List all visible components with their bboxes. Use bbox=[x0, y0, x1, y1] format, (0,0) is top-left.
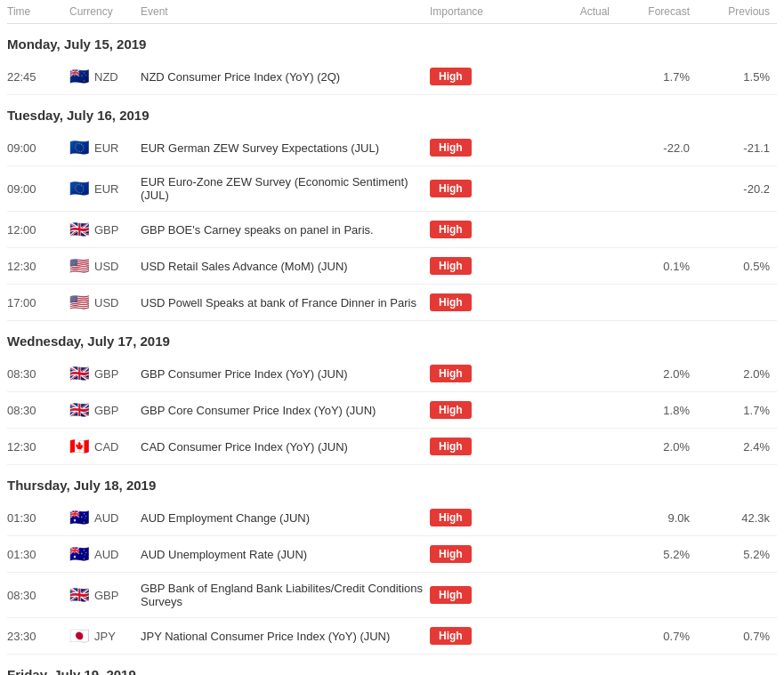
currency-flag-icon: 🇺🇸 bbox=[69, 295, 89, 309]
currency-code: NZD bbox=[94, 70, 118, 84]
day-header-4: Friday, July 19, 2019 bbox=[7, 655, 777, 675]
importance-badge: High bbox=[430, 180, 472, 197]
currency-code: AUD bbox=[94, 511, 118, 525]
event-currency: 🇬🇧GBP bbox=[69, 366, 141, 381]
currency-flag-icon: 🇬🇧 bbox=[69, 403, 89, 417]
event-time: 12:30 bbox=[7, 260, 69, 273]
table-row[interactable]: 08:30🇬🇧GBPGBP Consumer Price Index (YoY)… bbox=[7, 356, 777, 392]
event-name: NZD Consumer Price Index (YoY) (2Q) bbox=[141, 70, 430, 84]
event-importance: High bbox=[430, 438, 537, 455]
currency-flag-icon: 🇪🇺 bbox=[69, 141, 89, 155]
event-name: GBP Bank of England Bank Liabilites/Cred… bbox=[141, 582, 430, 608]
currency-code: GBP bbox=[94, 367, 118, 381]
importance-badge: High bbox=[430, 438, 472, 455]
event-name: GBP Core Consumer Price Index (YoY) (JUN… bbox=[141, 404, 430, 417]
table-row[interactable]: 12:00🇬🇧GBPGBP BOE's Carney speaks on pan… bbox=[7, 212, 777, 248]
header-forecast: Forecast bbox=[617, 5, 697, 18]
event-importance: High bbox=[430, 293, 537, 311]
event-time: 22:45 bbox=[7, 70, 69, 84]
event-forecast: 2.0% bbox=[617, 367, 697, 381]
event-forecast: 0.1% bbox=[617, 260, 697, 273]
table-row[interactable]: 08:30🇬🇧GBPGBP Core Consumer Price Index … bbox=[7, 392, 777, 429]
importance-badge: High bbox=[430, 545, 472, 563]
event-currency: 🇬🇧GBP bbox=[69, 403, 141, 417]
table-row[interactable]: 12:30🇺🇸USDUSD Retail Sales Advance (MoM)… bbox=[7, 248, 777, 285]
table-row[interactable]: 17:00🇺🇸USDUSD Powell Speaks at bank of F… bbox=[7, 285, 777, 321]
event-name: GBP BOE's Carney speaks on panel in Pari… bbox=[141, 223, 430, 237]
importance-badge: High bbox=[430, 401, 472, 419]
table-row[interactable]: 01:30🇦🇺AUDAUD Employment Change (JUN)Hig… bbox=[7, 500, 777, 536]
event-importance: High bbox=[430, 545, 537, 563]
event-previous: 2.4% bbox=[697, 440, 777, 454]
event-name: JPY National Consumer Price Index (YoY) … bbox=[141, 630, 430, 643]
event-previous: 0.7% bbox=[697, 630, 777, 643]
event-currency: 🇦🇺AUD bbox=[69, 547, 141, 561]
importance-badge: High bbox=[430, 293, 472, 311]
event-forecast: 9.0k bbox=[617, 511, 697, 525]
event-currency: 🇦🇺AUD bbox=[69, 510, 141, 525]
importance-badge: High bbox=[430, 509, 472, 526]
event-currency: 🇬🇧GBP bbox=[69, 588, 141, 602]
event-forecast: 1.8% bbox=[617, 404, 697, 417]
table-row[interactable]: 23:30🇯🇵JPYJPY National Consumer Price In… bbox=[7, 618, 777, 655]
event-previous: 1.7% bbox=[697, 404, 777, 417]
day-header-2: Wednesday, July 17, 2019 bbox=[7, 321, 777, 356]
event-time: 12:00 bbox=[7, 223, 69, 237]
event-time: 01:30 bbox=[7, 548, 69, 561]
event-previous: 5.2% bbox=[697, 548, 777, 561]
event-time: 01:30 bbox=[7, 511, 69, 525]
currency-flag-icon: 🇬🇧 bbox=[69, 588, 89, 602]
currency-code: JPY bbox=[94, 630, 116, 643]
importance-badge: High bbox=[430, 139, 472, 157]
event-name: GBP Consumer Price Index (YoY) (JUN) bbox=[141, 367, 430, 381]
event-time: 09:00 bbox=[7, 182, 69, 196]
event-currency: 🇯🇵JPY bbox=[69, 629, 141, 643]
event-importance: High bbox=[430, 365, 537, 382]
event-importance: High bbox=[430, 401, 537, 419]
event-name: USD Powell Speaks at bank of France Dinn… bbox=[141, 296, 430, 309]
table-row[interactable]: 12:30🇨🇦CADCAD Consumer Price Index (YoY)… bbox=[7, 429, 777, 465]
day-header-0: Monday, July 15, 2019 bbox=[7, 24, 777, 59]
currency-flag-icon: 🇺🇸 bbox=[69, 259, 89, 273]
event-forecast: 0.7% bbox=[617, 630, 697, 643]
currency-code: GBP bbox=[94, 223, 118, 237]
event-name: AUD Employment Change (JUN) bbox=[141, 511, 430, 525]
currency-flag-icon: 🇪🇺 bbox=[69, 181, 89, 196]
event-time: 09:00 bbox=[7, 141, 69, 155]
event-previous: 2.0% bbox=[697, 367, 777, 381]
event-time: 08:30 bbox=[7, 589, 69, 602]
event-importance: High bbox=[430, 139, 537, 157]
event-previous: -20.2 bbox=[697, 182, 777, 196]
event-currency: 🇳🇿NZD bbox=[69, 69, 141, 84]
table-row[interactable]: 09:00🇪🇺EUREUR Euro-Zone ZEW Survey (Econ… bbox=[7, 166, 777, 212]
header-importance: Importance bbox=[430, 5, 537, 18]
table-row[interactable]: 22:45🇳🇿NZDNZD Consumer Price Index (YoY)… bbox=[7, 59, 777, 95]
currency-code: GBP bbox=[94, 589, 118, 602]
currency-flag-icon: 🇳🇿 bbox=[69, 69, 89, 84]
day-header-1: Tuesday, July 16, 2019 bbox=[7, 95, 777, 130]
event-forecast: 2.0% bbox=[617, 440, 697, 454]
event-name: EUR Euro-Zone ZEW Survey (Economic Senti… bbox=[141, 175, 430, 202]
table-row[interactable]: 01:30🇦🇺AUDAUD Unemployment Rate (JUN)Hig… bbox=[7, 536, 777, 573]
event-importance: High bbox=[430, 509, 537, 526]
table-row[interactable]: 08:30🇬🇧GBPGBP Bank of England Bank Liabi… bbox=[7, 573, 777, 618]
table-row[interactable]: 09:00🇪🇺EUREUR German ZEW Survey Expectat… bbox=[7, 130, 777, 166]
currency-flag-icon: 🇦🇺 bbox=[69, 547, 89, 561]
currency-flag-icon: 🇨🇦 bbox=[69, 439, 89, 454]
day-header-3: Thursday, July 18, 2019 bbox=[7, 465, 777, 500]
event-forecast: -22.0 bbox=[617, 141, 697, 155]
event-time: 17:00 bbox=[7, 296, 69, 309]
event-previous: -21.1 bbox=[697, 141, 777, 155]
currency-code: EUR bbox=[94, 141, 118, 155]
event-name: USD Retail Sales Advance (MoM) (JUN) bbox=[141, 260, 430, 273]
event-importance: High bbox=[430, 68, 537, 85]
importance-badge: High bbox=[430, 257, 472, 275]
header-currency: Currency bbox=[69, 5, 141, 18]
table-header: Time Currency Event Importance Actual Fo… bbox=[7, 0, 777, 24]
event-time: 08:30 bbox=[7, 367, 69, 381]
event-currency: 🇺🇸USD bbox=[69, 259, 141, 273]
event-name: EUR German ZEW Survey Expectations (JUL) bbox=[141, 141, 430, 155]
header-time: Time bbox=[7, 5, 69, 18]
importance-badge: High bbox=[430, 68, 472, 85]
event-currency: 🇪🇺EUR bbox=[69, 181, 141, 196]
